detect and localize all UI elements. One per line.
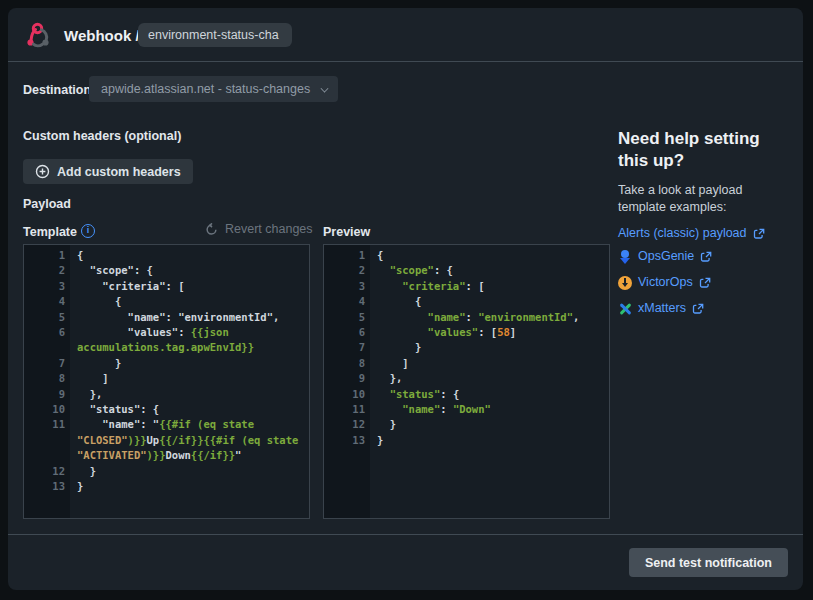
code-line: 1{ xyxy=(324,248,609,263)
code-line: 12 } xyxy=(24,464,309,479)
code-line: 8 ] xyxy=(24,371,309,386)
line-number: 8 xyxy=(24,371,70,386)
line-number: 12 xyxy=(24,464,70,479)
line-number xyxy=(24,448,70,463)
code-line: 4 { xyxy=(324,294,609,309)
external-link-icon xyxy=(753,228,765,240)
line-number: 5 xyxy=(24,310,70,325)
line-number: 11 xyxy=(324,402,370,417)
code-line: 13} xyxy=(24,479,309,494)
line-number xyxy=(24,433,70,448)
chevron-down-icon xyxy=(321,85,329,93)
line-number: 3 xyxy=(324,279,370,294)
line-number: 7 xyxy=(24,356,70,371)
line-number: 2 xyxy=(324,263,370,278)
code-line: 2 "scope": { xyxy=(324,263,609,278)
line-number: 4 xyxy=(24,294,70,309)
custom-headers-label: Custom headers (optional) xyxy=(23,129,181,143)
line-number: 10 xyxy=(24,402,70,417)
code-line: 13} xyxy=(324,433,609,448)
line-number: 9 xyxy=(324,371,370,386)
help-links: Alerts (classic) payloadOpsGenieVictorOp… xyxy=(618,225,793,326)
code-line: 9 }, xyxy=(324,371,609,386)
line-number xyxy=(24,340,70,355)
external-link-icon xyxy=(700,251,712,263)
code-line: 7 } xyxy=(24,356,309,371)
webhook-logo-icon xyxy=(22,19,54,51)
line-number: 4 xyxy=(324,294,370,309)
help-link-label: VictorOps xyxy=(638,274,693,291)
code-line: 3 "criteria": [ xyxy=(324,279,609,294)
help-intro: Take a look at payload template examples… xyxy=(618,182,793,216)
line-number: 6 xyxy=(24,325,70,340)
revert-icon xyxy=(205,223,218,236)
code-line: 3 "criteria": [ xyxy=(24,279,309,294)
xmatters-icon xyxy=(618,302,632,316)
line-number: 7 xyxy=(324,340,370,355)
code-line: 10 "status": { xyxy=(324,387,609,402)
code-line: 4 { xyxy=(24,294,309,309)
line-number: 11 xyxy=(24,417,70,432)
line-number: 3 xyxy=(24,279,70,294)
destination-select[interactable]: apwide.atlassian.net - status-changes xyxy=(89,76,338,102)
line-number: 12 xyxy=(324,417,370,432)
code-line: 2 "scope": { xyxy=(24,263,309,278)
code-line: 6 "values": [58] xyxy=(324,325,609,340)
code-line: 8 ] xyxy=(324,356,609,371)
code-line: accumulations.tag.apwEnvId}} xyxy=(24,340,309,355)
send-test-notification-button[interactable]: Send test notification xyxy=(629,548,788,577)
preview-label: Preview xyxy=(323,225,370,239)
help-heading: Need help setting this up? xyxy=(618,128,783,172)
code-line: "ACTIVATED")}}Down{{/if}}" xyxy=(24,448,309,463)
webhook-modal: Webhook / environment-status-cha Destina… xyxy=(8,8,803,590)
template-editor[interactable]: 1{2 "scope": {3 "criteria": [4 {5 "name"… xyxy=(23,244,310,519)
external-link-icon xyxy=(692,303,704,315)
plus-circle-icon xyxy=(35,164,50,179)
code-line: 11 "name": "Down" xyxy=(324,402,609,417)
code-line: 11 "name": "{{#if (eq state xyxy=(24,417,309,432)
code-line: 6 "values": {{json xyxy=(24,325,309,340)
destination-label: Destination xyxy=(23,83,91,97)
info-icon[interactable]: i xyxy=(81,224,95,238)
line-number: 1 xyxy=(24,248,70,263)
webhook-name-badge[interactable]: environment-status-cha xyxy=(138,23,292,47)
line-number: 1 xyxy=(324,248,370,263)
help-link-alerts-classic-payload[interactable]: Alerts (classic) payload xyxy=(618,225,793,242)
line-number: 5 xyxy=(324,310,370,325)
help-link-label: xMatters xyxy=(638,300,686,317)
help-link-opsgenie[interactable]: OpsGenie xyxy=(618,248,793,265)
footer-divider xyxy=(8,534,803,535)
line-number: 6 xyxy=(324,325,370,340)
modal-header: Webhook / environment-status-cha xyxy=(8,8,803,62)
line-number: 9 xyxy=(24,387,70,402)
victorops-icon xyxy=(618,276,632,290)
code-line: 7 } xyxy=(324,340,609,355)
payload-label: Payload xyxy=(23,197,71,211)
page-title: Webhook / xyxy=(64,27,140,44)
code-line: 9 }, xyxy=(24,387,309,402)
external-link-icon xyxy=(699,277,711,289)
code-line: 10 "status": { xyxy=(24,402,309,417)
line-number: 10 xyxy=(324,387,370,402)
code-line: 1{ xyxy=(24,248,309,263)
help-panel: Need help setting this up? Take a look a… xyxy=(618,128,793,326)
opsgenie-icon xyxy=(618,250,632,264)
revert-changes-label: Revert changes xyxy=(225,222,313,236)
line-number: 2 xyxy=(24,263,70,278)
line-number: 8 xyxy=(324,356,370,371)
revert-changes-button[interactable]: Revert changes xyxy=(205,222,313,236)
help-link-victorops[interactable]: VictorOps xyxy=(618,274,793,291)
line-number: 13 xyxy=(324,433,370,448)
preview-editor[interactable]: 1{2 "scope": {3 "criteria": [4 {5 "name"… xyxy=(323,244,610,519)
add-custom-headers-button[interactable]: Add custom headers xyxy=(23,159,193,184)
help-link-label: Alerts (classic) payload xyxy=(618,225,747,242)
add-custom-headers-label: Add custom headers xyxy=(57,165,181,179)
line-number: 13 xyxy=(24,479,70,494)
code-line: "CLOSED")}}Up{{/if}}{{#if (eq state xyxy=(24,433,309,448)
code-line: 12 } xyxy=(324,417,609,432)
help-link-label: OpsGenie xyxy=(638,248,694,265)
destination-value: apwide.atlassian.net - status-changes xyxy=(101,82,310,96)
code-line: 5 "name": "environmentId", xyxy=(24,310,309,325)
code-line: 5 "name": "environmentId", xyxy=(324,310,609,325)
help-link-xmatters[interactable]: xMatters xyxy=(618,300,793,317)
